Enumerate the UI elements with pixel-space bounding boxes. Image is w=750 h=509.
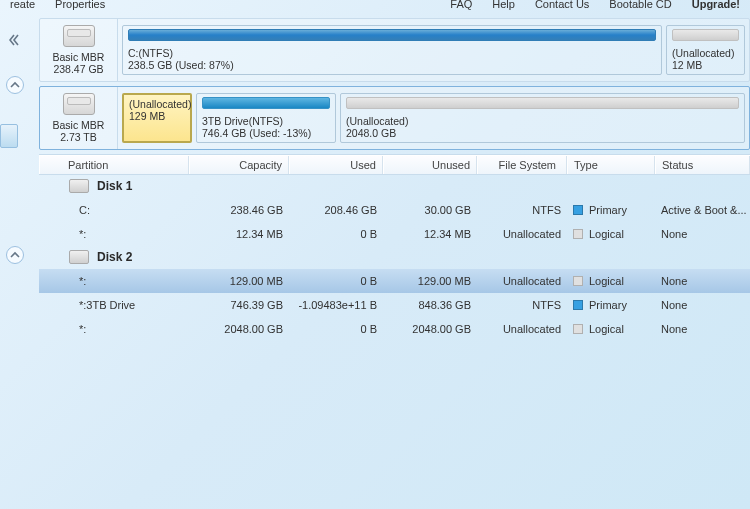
table-row[interactable]: *:3TB Drive746.39 GB-1.09483e+11 B848.36… [39, 293, 750, 317]
partition-sub: 129 MB [129, 110, 185, 122]
cell-type: Logical [567, 275, 655, 287]
partition-bar [346, 97, 739, 109]
type-text: Logical [589, 323, 624, 335]
menu-right: FAQ Help Contact Us Bootable CD Upgrade! [440, 0, 750, 14]
disk-panel-1[interactable]: Basic MBR 238.47 GB C:(NTFS) 238.5 GB (U… [39, 18, 750, 82]
partition-table: Partition Capacity Used Unused File Syst… [39, 154, 750, 341]
col-used[interactable]: Used [289, 156, 383, 174]
cell-unused: 129.00 MB [383, 275, 477, 287]
type-swatch-icon [573, 300, 583, 310]
partition-block-c[interactable]: C:(NTFS) 238.5 GB (Used: 87%) [122, 25, 662, 75]
partition-bar [202, 97, 330, 109]
cell-type: Logical [567, 228, 655, 240]
menu-contact[interactable]: Contact Us [525, 0, 599, 14]
col-partition[interactable]: Partition [39, 156, 189, 174]
partition-label: (Unallocated) [129, 98, 185, 110]
menu-faq[interactable]: FAQ [440, 0, 482, 14]
cell-type: Primary [567, 204, 655, 216]
cell-status: None [655, 299, 750, 311]
cell-unused: 12.34 MB [383, 228, 477, 240]
partition-label: (Unallocated) [672, 47, 739, 59]
type-swatch-icon [573, 324, 583, 334]
cell-partition: *: [39, 323, 189, 335]
menu-bar: reate Properties FAQ Help Contact Us Boo… [0, 0, 750, 12]
menu-upgrade[interactable]: Upgrade! [682, 0, 750, 14]
disk-info-2: Basic MBR 2.73 TB [40, 87, 118, 149]
col-status[interactable]: Status [655, 156, 750, 174]
table-row[interactable]: C:238.46 GB208.46 GB30.00 GBNTFSPrimaryA… [39, 198, 750, 222]
cell-used: 208.46 GB [289, 204, 383, 216]
group-name: Disk 2 [97, 250, 132, 264]
type-swatch-icon [573, 205, 583, 215]
col-type[interactable]: Type [567, 156, 655, 174]
disk-panel-2[interactable]: Basic MBR 2.73 TB (Unallocated) 129 MB 3… [39, 86, 750, 150]
disk-info-1: Basic MBR 238.47 GB [40, 19, 118, 81]
disk-size-label: 2.73 TB [60, 131, 97, 143]
partition-block-3tb[interactable]: 3TB Drive(NTFS) 746.4 GB (Used: -13%) [196, 93, 336, 143]
partition-block-unalloc-2[interactable]: (Unallocated) 2048.0 GB [340, 93, 745, 143]
partition-sub: 746.4 GB (Used: -13%) [202, 127, 330, 139]
cell-capacity: 12.34 MB [189, 228, 289, 240]
cell-capacity: 746.39 GB [189, 299, 289, 311]
cell-filesystem: Unallocated [477, 228, 567, 240]
table-row[interactable]: *:2048.00 GB0 B2048.00 GBUnallocatedLogi… [39, 317, 750, 341]
scroll-up-icon[interactable] [6, 76, 24, 94]
col-capacity[interactable]: Capacity [189, 156, 289, 174]
cell-filesystem: NTFS [477, 299, 567, 311]
cell-status: None [655, 228, 750, 240]
type-text: Primary [589, 204, 627, 216]
hdd-icon [63, 25, 95, 47]
disk-type-label: Basic MBR [53, 51, 105, 63]
cell-capacity: 238.46 GB [189, 204, 289, 216]
type-swatch-icon [573, 229, 583, 239]
cell-partition: C: [39, 204, 189, 216]
collapse-sidebar-icon[interactable] [6, 30, 26, 50]
menu-properties[interactable]: Properties [45, 0, 115, 14]
type-text: Logical [589, 228, 624, 240]
menu-help[interactable]: Help [482, 0, 525, 14]
hdd-icon [69, 250, 89, 264]
scroll-up-icon-2[interactable] [6, 246, 24, 264]
col-filesystem[interactable]: File System [477, 156, 567, 174]
table-group[interactable]: Disk 1 [39, 175, 750, 198]
type-swatch-icon [573, 276, 583, 286]
cell-used: -1.09483e+11 B [289, 299, 383, 311]
menu-bootable[interactable]: Bootable CD [599, 0, 681, 14]
table-row[interactable]: *:12.34 MB0 B12.34 MBUnallocatedLogicalN… [39, 222, 750, 246]
cell-capacity: 129.00 MB [189, 275, 289, 287]
cell-partition: *: [39, 228, 189, 240]
table-header: Partition Capacity Used Unused File Syst… [39, 155, 750, 175]
partition-sub: 238.5 GB (Used: 87%) [128, 59, 656, 71]
partition-bar [128, 29, 656, 41]
table-group[interactable]: Disk 2 [39, 246, 750, 269]
cell-status: None [655, 323, 750, 335]
type-text: Primary [589, 299, 627, 311]
cell-filesystem: NTFS [477, 204, 567, 216]
partition-block-unalloc-sel[interactable]: (Unallocated) 129 MB [122, 93, 192, 143]
cell-type: Primary [567, 299, 655, 311]
cell-filesystem: Unallocated [477, 323, 567, 335]
col-unused[interactable]: Unused [383, 156, 477, 174]
cell-type: Logical [567, 323, 655, 335]
cell-status: Active & Boot &... [655, 204, 750, 216]
partition-row-1: C:(NTFS) 238.5 GB (Used: 87%) (Unallocat… [118, 19, 749, 81]
partition-label: (Unallocated) [346, 115, 739, 127]
side-handle [0, 20, 28, 500]
hdd-icon [69, 179, 89, 193]
partition-block-unalloc-1[interactable]: (Unallocated) 12 MB [666, 25, 745, 75]
main-area: Basic MBR 238.47 GB C:(NTFS) 238.5 GB (U… [39, 18, 750, 341]
side-tab[interactable] [0, 124, 18, 148]
table-row[interactable]: *:129.00 MB0 B129.00 MBUnallocatedLogica… [39, 269, 750, 293]
cell-filesystem: Unallocated [477, 275, 567, 287]
cell-unused: 2048.00 GB [383, 323, 477, 335]
cell-used: 0 B [289, 323, 383, 335]
table-body: Disk 1C:238.46 GB208.46 GB30.00 GBNTFSPr… [39, 175, 750, 341]
menu-create[interactable]: reate [0, 0, 45, 14]
cell-partition: *:3TB Drive [39, 299, 189, 311]
partition-row-2: (Unallocated) 129 MB 3TB Drive(NTFS) 746… [118, 87, 749, 149]
cell-capacity: 2048.00 GB [189, 323, 289, 335]
partition-label: 3TB Drive(NTFS) [202, 115, 330, 127]
type-text: Logical [589, 275, 624, 287]
group-name: Disk 1 [97, 179, 132, 193]
cell-status: None [655, 275, 750, 287]
